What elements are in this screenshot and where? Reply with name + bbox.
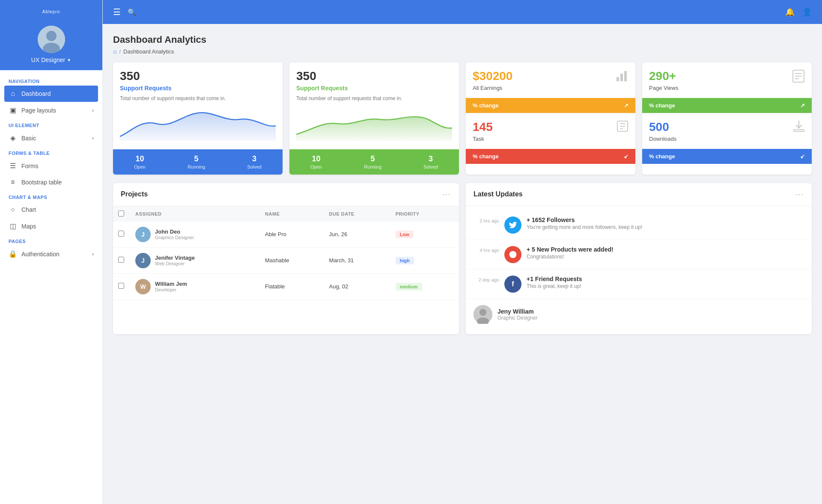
nav-section-chart-maps: Chart & Maps: [0, 190, 102, 202]
row-due-date-cell: March, 31: [324, 247, 390, 273]
stat-card-support-green: 350 Support Requests Total number of sup…: [289, 62, 459, 175]
downloads-top: 500 Downloads: [642, 113, 812, 149]
stat-solved: 3 Solved: [247, 154, 262, 169]
sidebar-header: Ablepro UX Designer ▼: [0, 0, 102, 70]
sidebar-username[interactable]: UX Designer ▼: [31, 56, 71, 63]
update-content: + 5 New Products were added! Congratulat…: [527, 246, 614, 260]
svg-point-17: [480, 309, 486, 316]
project-user: J Jenifer Vintage Web Designer: [135, 253, 255, 268]
sidebar-item-authentication[interactable]: 🔒 Authentication ›: [0, 246, 102, 262]
pageviews-top: 290+ Page Views: [642, 62, 812, 98]
row-project-cell: Flatable: [260, 273, 324, 299]
row-checkbox[interactable]: [118, 283, 124, 289]
stat-card-earnings-task: $30200 All Earnings % change ↗ 145 Task: [466, 62, 635, 175]
sidebar-item-page-layouts[interactable]: ▣ Page layouts ›: [0, 102, 102, 119]
sidebar-item-basic[interactable]: ◈ Basic ›: [0, 130, 102, 146]
sidebar-item-dashboard[interactable]: ⌂ Dashboard: [4, 86, 98, 102]
row-assigned-cell: J John Deo Graphics Designer: [130, 222, 260, 248]
user-profile-icon[interactable]: 👤: [802, 7, 812, 17]
pageviews-change-btn[interactable]: % change ↗: [642, 98, 812, 113]
lower-section: Projects ··· ASSIGNED NAME DUE DATE PRIO…: [113, 183, 812, 334]
breadcrumb-home-icon[interactable]: ⌂: [113, 48, 116, 55]
table-icon: ≡: [9, 178, 17, 186]
twitter-icon: [504, 216, 521, 234]
svg-rect-4: [620, 74, 623, 81]
stat-card-top: 350 Support Requests Total number of sup…: [113, 62, 283, 149]
task-number: 145: [473, 120, 493, 134]
priority-badge: Low: [396, 231, 414, 238]
forms-icon: ☰: [9, 162, 17, 170]
sidebar-item-chart[interactable]: ○ Chart: [0, 202, 102, 218]
app-logo: Ablepro: [42, 8, 60, 20]
update-user-role: Graphic Designer: [497, 315, 537, 321]
lock-icon: 🔒: [9, 250, 17, 258]
sidebar-item-maps[interactable]: ◫ Maps: [0, 218, 102, 234]
task-trend-icon: ↙: [624, 153, 628, 160]
search-icon[interactable]: 🔍: [128, 8, 136, 16]
earnings-info: $30200 All Earnings: [473, 69, 512, 91]
project-avatar: J: [135, 227, 151, 242]
update-desc: You're getting more and more followers, …: [527, 224, 642, 230]
update-desc: Congratulations!: [527, 254, 614, 260]
project-user-name: Jenifer Vintage: [155, 255, 195, 261]
update-time: 4 hrs ago: [474, 248, 499, 253]
updates-menu-dots[interactable]: ···: [795, 190, 804, 199]
facebook-icon: f: [504, 276, 521, 293]
pageviews-icon: [792, 69, 805, 85]
maps-icon: ◫: [9, 222, 17, 230]
project-avatar: W: [135, 279, 151, 294]
downloads-change-btn[interactable]: % change ↙: [642, 149, 812, 164]
sidebar-nav: Navigation ⌂ Dashboard ▣ Page layouts › …: [0, 70, 102, 267]
update-content: + 1652 Followers You're getting more and…: [527, 216, 642, 230]
stat-card-bottom-green: 10 Open 5 Running 3 Solved: [289, 149, 459, 175]
earnings-icon: [615, 69, 628, 86]
pageviews-number: 290+: [649, 69, 678, 83]
update-item: 4 hrs ago + 5 New Products were added! C…: [466, 240, 812, 270]
projects-table-head: ASSIGNED NAME DUE DATE PRIORITY: [113, 206, 459, 222]
col-priority: PRIORITY: [390, 206, 459, 222]
projects-menu-dots[interactable]: ···: [442, 190, 451, 199]
update-time: 2 day ago: [474, 277, 499, 282]
earnings-trend-icon: ↗: [624, 102, 628, 109]
menu-toggle-icon[interactable]: ☰: [113, 7, 121, 17]
stat-open: 10 Open: [134, 154, 146, 169]
blue-chart: [120, 107, 276, 141]
earnings-change-btn[interactable]: % change ↗: [466, 98, 635, 113]
page-header: Dashboard Analytics ⌂ / Dashboard Analyt…: [113, 34, 812, 55]
select-all-checkbox[interactable]: [118, 210, 124, 216]
projects-table: ASSIGNED NAME DUE DATE PRIORITY: [113, 206, 459, 300]
projects-title: Projects: [121, 190, 148, 198]
nav-section-ui-element: UI Element: [0, 119, 102, 130]
basic-icon: ◈: [9, 134, 17, 142]
sidebar-item-label: Bootstrap table: [21, 179, 62, 186]
pageviews-label: Page Views: [649, 85, 678, 91]
notification-bell-icon[interactable]: 🔔: [785, 7, 795, 17]
avatar: [38, 26, 65, 53]
products-icon: [504, 246, 521, 263]
breadcrumb-current: Dashboard Analytics: [123, 48, 174, 55]
project-user-name: William Jem: [155, 281, 187, 287]
sidebar-item-forms[interactable]: ☰ Forms: [0, 157, 102, 174]
sidebar-item-bootstrap-table[interactable]: ≡ Bootstrap table: [0, 174, 102, 190]
stat-label: Support Requests: [120, 85, 276, 92]
nav-section-forms-table: Forms & Table: [0, 146, 102, 157]
project-user-info: William Jem Developer: [155, 281, 187, 292]
row-priority-cell: medium: [390, 273, 459, 299]
main-area: ☰ 🔍 🔔 👤 Dashboard Analytics ⌂ / Dashboar…: [103, 0, 822, 504]
task-change-btn[interactable]: % change ↙: [466, 149, 635, 164]
breadcrumb-separator: /: [119, 48, 121, 55]
user-avatar: [474, 305, 492, 324]
updates-list: 2 hrs ago + 1652 Followers You're gettin…: [466, 206, 812, 334]
stat-card-bottom-blue: 10 Open 5 Running 3 Solved: [113, 149, 283, 175]
sidebar-item-label: Maps: [21, 223, 36, 230]
row-checkbox[interactable]: [118, 257, 124, 263]
chevron-right-icon: ›: [92, 107, 94, 113]
chart-icon: ○: [9, 206, 17, 213]
row-due-date-cell: Jun, 26: [324, 222, 390, 248]
update-item-user: Jeny William Graphic Designer: [466, 299, 812, 330]
update-desc: This is great, keep it up!: [527, 283, 582, 289]
update-user-name: Jeny William: [497, 308, 537, 315]
pageviews-change-label: % change: [649, 102, 675, 109]
row-checkbox[interactable]: [118, 231, 124, 237]
downloads-info: 500 Downloads: [649, 120, 676, 142]
